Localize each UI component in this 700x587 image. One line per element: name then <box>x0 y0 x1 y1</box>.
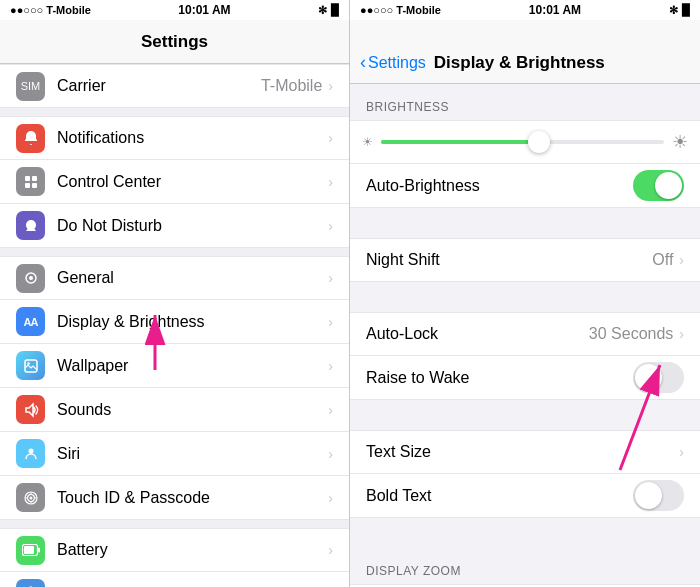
left-carrier: ●●○○○ T-Mobile <box>10 4 91 16</box>
left-status-icons: ✻ ▉ <box>318 4 339 17</box>
brightness-header: BRIGHTNESS <box>350 84 700 120</box>
chevron-icon: › <box>328 490 333 506</box>
display-zoom-header: DISPLAY ZOOM <box>350 548 700 584</box>
back-button[interactable]: ‹ Settings <box>360 52 426 73</box>
right-panel: ●●○○○ T-Mobile 10:01 AM ✻ ▉ ‹ Settings D… <box>350 0 700 587</box>
left-nav-title: Settings <box>141 32 208 52</box>
carrier-icon: SIM <box>16 72 45 101</box>
right-battery-icon: ▉ <box>682 4 690 17</box>
settings-list: SIM Carrier T-Mobile › Notifications › <box>0 64 349 587</box>
right-status-bar: ●●○○○ T-Mobile 10:01 AM ✻ ▉ <box>350 0 700 20</box>
brightness-slider[interactable] <box>381 140 664 144</box>
section-gap <box>350 518 700 548</box>
battery-icon-item <box>16 536 45 565</box>
right-status-icons: ✻ ▉ <box>669 4 690 17</box>
list-item[interactable]: Sounds › <box>0 388 349 432</box>
item-label: Control Center <box>57 173 328 191</box>
control-center-icon <box>16 167 45 196</box>
svg-rect-2 <box>25 183 30 188</box>
touchid-icon <box>16 483 45 512</box>
item-label: Wallpaper <box>57 357 328 375</box>
item-label: Notifications <box>57 129 328 147</box>
brightness-thumb[interactable] <box>528 131 550 153</box>
auto-lock-value: 30 Seconds <box>589 325 674 343</box>
chevron-icon: › <box>328 78 333 94</box>
section-gap <box>350 282 700 312</box>
chevron-icon: › <box>328 130 333 146</box>
right-nav-title: Display & Brightness <box>434 53 605 73</box>
toggle-thumb <box>655 172 682 199</box>
list-item-display-brightness[interactable]: AA Display & Brightness › <box>0 300 349 344</box>
wallpaper-icon <box>16 351 45 380</box>
list-item[interactable]: Siri › <box>0 432 349 476</box>
raise-to-wake-toggle[interactable] <box>633 362 684 393</box>
auto-brightness-label: Auto-Brightness <box>366 177 633 195</box>
right-carrier: ●●○○○ T-Mobile <box>360 4 441 16</box>
carrier-value: T-Mobile <box>261 77 322 95</box>
list-item[interactable]: Battery › <box>0 528 349 572</box>
svg-point-5 <box>29 276 33 280</box>
right-bluetooth-icon: ✻ <box>669 4 678 17</box>
brightness-high-icon: ☀ <box>672 131 688 153</box>
night-shift-chevron: › <box>679 252 684 268</box>
raise-to-wake-row[interactable]: Raise to Wake <box>350 356 700 400</box>
bold-text-row[interactable]: Bold Text <box>350 474 700 518</box>
list-item[interactable]: SIM Carrier T-Mobile › <box>0 64 349 108</box>
right-content: BRIGHTNESS ☀ ☀ Auto-Brightness Night Shi… <box>350 84 700 587</box>
list-item[interactable]: Touch ID & Passcode › <box>0 476 349 520</box>
section-separator <box>0 248 349 256</box>
toggle-thumb-off <box>635 364 662 391</box>
list-item[interactable]: Control Center › <box>0 160 349 204</box>
auto-brightness-toggle[interactable] <box>633 170 684 201</box>
auto-lock-label: Auto-Lock <box>366 325 589 343</box>
back-label: Settings <box>368 54 426 72</box>
item-label: Siri <box>57 445 328 463</box>
chevron-icon: › <box>328 270 333 286</box>
text-size-label: Text Size <box>366 443 679 461</box>
svg-rect-1 <box>32 176 37 181</box>
chevron-icon: › <box>328 174 333 190</box>
toggle-thumb-bold <box>635 482 662 509</box>
siri-icon <box>16 439 45 468</box>
general-icon <box>16 264 45 293</box>
auto-brightness-row[interactable]: Auto-Brightness <box>350 164 700 208</box>
bold-text-label: Bold Text <box>366 487 633 505</box>
svg-point-11 <box>29 496 32 499</box>
item-label: Sounds <box>57 401 328 419</box>
chevron-icon: › <box>328 314 333 330</box>
bluetooth-icon: ✻ <box>318 4 327 17</box>
list-item[interactable]: Privacy › <box>0 572 349 587</box>
brightness-row[interactable]: ☀ ☀ <box>350 120 700 164</box>
item-label: Do Not Disturb <box>57 217 328 235</box>
svg-rect-13 <box>24 546 34 554</box>
left-status-bar: ●●○○○ T-Mobile 10:01 AM ✻ ▉ <box>0 0 349 20</box>
list-item[interactable]: General › <box>0 256 349 300</box>
item-label: Display & Brightness <box>57 313 328 331</box>
battery-icon: ▉ <box>331 4 339 17</box>
chevron-icon: › <box>328 542 333 558</box>
svg-point-7 <box>27 362 29 364</box>
chevron-icon: › <box>328 358 333 374</box>
svg-rect-3 <box>32 183 37 188</box>
text-size-row[interactable]: Text Size › <box>350 430 700 474</box>
item-label: Battery <box>57 541 328 559</box>
bold-text-toggle[interactable] <box>633 480 684 511</box>
night-shift-label: Night Shift <box>366 251 652 269</box>
right-nav-bar: ‹ Settings Display & Brightness <box>350 20 700 84</box>
night-shift-value: Off <box>652 251 673 269</box>
left-nav-bar: Settings <box>0 20 349 64</box>
section-separator <box>0 520 349 528</box>
brightness-low-icon: ☀ <box>362 135 373 149</box>
raise-to-wake-label: Raise to Wake <box>366 369 633 387</box>
auto-lock-row[interactable]: Auto-Lock 30 Seconds › <box>350 312 700 356</box>
item-label: Carrier <box>57 77 261 95</box>
svg-rect-14 <box>38 548 40 553</box>
night-shift-row[interactable]: Night Shift Off › <box>350 238 700 282</box>
list-item[interactable]: Wallpaper › <box>0 344 349 388</box>
dnd-icon <box>16 211 45 240</box>
item-label: Touch ID & Passcode <box>57 489 328 507</box>
section-gap <box>350 400 700 430</box>
brightness-fill <box>381 140 537 144</box>
list-item[interactable]: Do Not Disturb › <box>0 204 349 248</box>
list-item[interactable]: Notifications › <box>0 116 349 160</box>
